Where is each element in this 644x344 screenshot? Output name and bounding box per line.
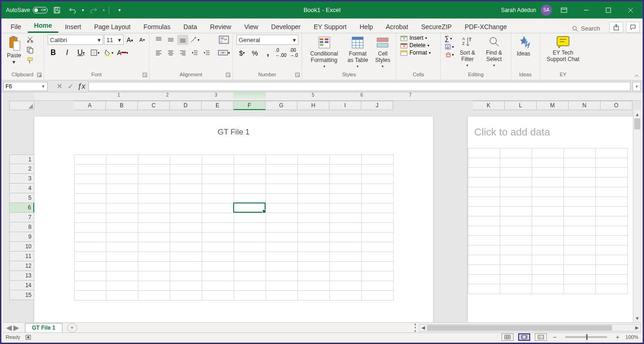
cell[interactable] bbox=[106, 165, 138, 174]
macro-record-icon[interactable] bbox=[25, 334, 31, 340]
cell[interactable] bbox=[266, 223, 298, 233]
cell[interactable] bbox=[500, 265, 532, 275]
cell[interactable] bbox=[234, 252, 266, 262]
new-sheet-button[interactable]: + bbox=[67, 323, 77, 332]
cell[interactable] bbox=[298, 213, 330, 223]
cell[interactable] bbox=[468, 187, 500, 197]
cell[interactable] bbox=[106, 213, 138, 223]
cell[interactable] bbox=[596, 207, 628, 216]
cell[interactable] bbox=[234, 223, 266, 233]
column-header[interactable]: B bbox=[106, 101, 138, 110]
cell[interactable] bbox=[234, 194, 266, 203]
cell[interactable] bbox=[532, 178, 564, 187]
cell[interactable] bbox=[468, 275, 500, 284]
cell[interactable] bbox=[532, 246, 564, 255]
cell[interactable] bbox=[202, 281, 234, 291]
tab-formulas[interactable]: Formulas bbox=[137, 21, 177, 33]
cell[interactable] bbox=[564, 284, 596, 294]
name-box[interactable]: F6▼ bbox=[3, 82, 48, 91]
cell[interactable] bbox=[138, 271, 170, 281]
cell[interactable] bbox=[298, 184, 330, 194]
cell[interactable] bbox=[468, 226, 500, 236]
cell[interactable] bbox=[468, 168, 500, 178]
insert-function-button[interactable]: ƒx bbox=[76, 82, 87, 91]
cell[interactable] bbox=[106, 271, 138, 281]
cell[interactable] bbox=[138, 252, 170, 262]
cell[interactable] bbox=[500, 255, 532, 265]
cell[interactable] bbox=[362, 213, 394, 223]
cell[interactable] bbox=[500, 178, 532, 187]
cell[interactable] bbox=[500, 187, 532, 197]
row-header[interactable]: 4 bbox=[9, 184, 34, 193]
tab-page-layout[interactable]: Page Layout bbox=[87, 21, 137, 33]
dialog-launcher-icon[interactable] bbox=[295, 73, 300, 77]
cell[interactable] bbox=[362, 184, 394, 194]
cell[interactable] bbox=[74, 165, 106, 174]
cell[interactable] bbox=[564, 236, 596, 246]
cell[interactable] bbox=[298, 223, 330, 233]
row-header[interactable]: 6 bbox=[9, 203, 34, 213]
cell[interactable] bbox=[532, 275, 564, 284]
cell[interactable] bbox=[298, 165, 330, 174]
cell[interactable] bbox=[564, 216, 596, 226]
cell[interactable] bbox=[234, 233, 266, 242]
tell-me-search[interactable]: Search bbox=[569, 24, 603, 33]
accounting-format-button[interactable]: $▾ bbox=[236, 48, 248, 58]
autosave-toggle[interactable]: AutoSave Off bbox=[6, 7, 48, 13]
cell[interactable] bbox=[596, 148, 628, 158]
cell[interactable] bbox=[138, 184, 170, 194]
cell[interactable] bbox=[266, 203, 298, 213]
cell[interactable] bbox=[330, 291, 362, 301]
cell[interactable] bbox=[362, 242, 394, 252]
zoom-in-button[interactable]: + bbox=[614, 333, 621, 341]
row-header[interactable]: 13 bbox=[9, 271, 34, 281]
column-header[interactable]: A bbox=[74, 101, 106, 110]
page-header[interactable]: GT File 1 bbox=[34, 117, 433, 148]
cell[interactable] bbox=[564, 207, 596, 216]
cell[interactable] bbox=[532, 265, 564, 275]
select-all-button[interactable] bbox=[9, 101, 34, 110]
undo-button[interactable] bbox=[66, 4, 79, 17]
orientation-button[interactable]: ▾ bbox=[189, 35, 200, 45]
column-header[interactable]: L bbox=[505, 101, 537, 110]
cell[interactable] bbox=[298, 242, 330, 252]
cell[interactable] bbox=[202, 213, 234, 223]
percent-format-button[interactable]: % bbox=[249, 48, 260, 58]
cell[interactable] bbox=[362, 252, 394, 262]
cell[interactable] bbox=[362, 262, 394, 271]
decrease-decimal-button[interactable]: .00→.0 bbox=[288, 48, 299, 58]
row-header[interactable]: 11 bbox=[9, 252, 34, 261]
cell[interactable] bbox=[266, 242, 298, 252]
cell[interactable] bbox=[500, 158, 532, 168]
cell[interactable] bbox=[170, 174, 202, 184]
zoom-slider[interactable] bbox=[565, 336, 607, 338]
tab-data[interactable]: Data bbox=[177, 21, 204, 33]
cell-grid-page-2[interactable] bbox=[468, 148, 628, 294]
cell[interactable] bbox=[202, 271, 234, 281]
row-header[interactable]: 12 bbox=[9, 261, 34, 271]
clear-button[interactable]: ▾ bbox=[445, 51, 454, 58]
row-header[interactable]: 15 bbox=[9, 290, 34, 300]
cell[interactable] bbox=[298, 203, 330, 213]
cell[interactable] bbox=[500, 216, 532, 226]
cell[interactable] bbox=[596, 275, 628, 284]
cell[interactable] bbox=[106, 242, 138, 252]
column-header[interactable]: K bbox=[473, 101, 505, 110]
cell[interactable] bbox=[234, 281, 266, 291]
cell[interactable] bbox=[298, 155, 330, 165]
align-middle-button[interactable] bbox=[165, 35, 176, 45]
font-size-combo[interactable]: 11▾ bbox=[104, 35, 124, 45]
cell[interactable] bbox=[234, 271, 266, 281]
increase-indent-button[interactable] bbox=[201, 48, 212, 58]
cell[interactable] bbox=[596, 226, 628, 236]
page-layout-view-button[interactable] bbox=[518, 333, 530, 341]
comments-button[interactable] bbox=[626, 22, 640, 33]
row-header[interactable]: 3 bbox=[9, 174, 34, 184]
cell[interactable] bbox=[362, 233, 394, 242]
cell[interactable] bbox=[234, 203, 266, 213]
row-header[interactable]: 2 bbox=[9, 164, 34, 174]
cut-button[interactable] bbox=[25, 35, 35, 44]
cell[interactable] bbox=[170, 194, 202, 203]
column-header[interactable]: I bbox=[329, 101, 361, 110]
cell[interactable] bbox=[330, 155, 362, 165]
